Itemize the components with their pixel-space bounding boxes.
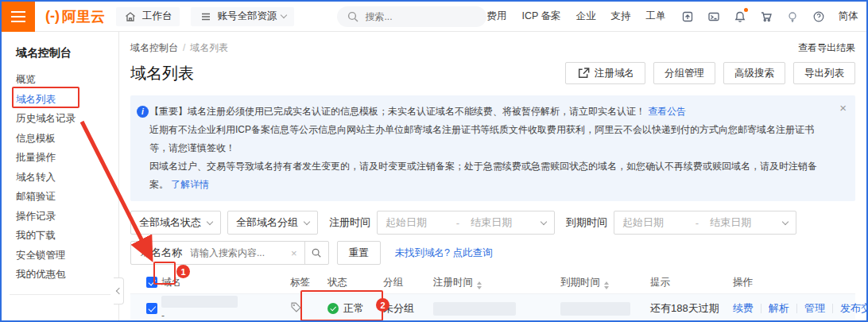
resolve-link[interactable]: 解析 [761, 301, 796, 316]
domain-name-label: 域名名称 [131, 242, 190, 264]
sidebar-item-operation-records[interactable]: 操作记录 [2, 207, 118, 227]
main-content: 域名控制台 / 域名列表 查看导出结果 域名列表 注册域名 分组管理 高级搜索 [119, 32, 866, 320]
notice-line-2: 近期有不法企业利用ICP备案信息等公示信息向网站主办单位邮寄域名注册证书等纸质文… [149, 121, 831, 157]
column-actions: 操作 [733, 276, 855, 289]
export-list-button[interactable]: 导出列表 [793, 62, 855, 84]
column-expire-time[interactable]: 到期时间 [560, 276, 650, 289]
advanced-search-button[interactable]: 高级搜索 [723, 62, 785, 84]
page-title: 域名列表 [130, 63, 194, 84]
menu-item-icp[interactable]: ICP 备案 [521, 10, 560, 23]
column-domain: 域名 [161, 276, 290, 289]
register-domain-button[interactable]: 注册域名 [565, 62, 645, 84]
help-icon[interactable] [812, 10, 826, 23]
expiration-date-range-picker[interactable]: 起始日期 - 结束日期 [614, 211, 796, 235]
domain-name-redacted [161, 296, 238, 308]
domain-sub-text: - [161, 310, 165, 321]
hamburger-menu-button[interactable] [2, 2, 35, 32]
domain-not-found-link[interactable]: 未找到域名? 点此查询 [395, 246, 493, 260]
global-search-input[interactable] [365, 11, 477, 22]
domain-status-dropdown[interactable]: 全部域名状态 [130, 211, 221, 235]
publish-trade-link[interactable]: 发布交易 [833, 301, 868, 316]
column-reg-time[interactable]: 注册时间 [433, 276, 560, 289]
menu-item-ticket[interactable]: 工单 [646, 10, 666, 23]
search-submit-button[interactable] [304, 242, 328, 264]
sidebar-item-security-lock[interactable]: 安全锁管理 [2, 246, 118, 266]
workbench-button[interactable]: 工作台 [116, 7, 180, 26]
global-search[interactable] [337, 6, 486, 27]
language-switch[interactable]: 简体 [839, 10, 858, 23]
manage-link[interactable]: 管理 [797, 301, 832, 316]
menu-item-support[interactable]: 支持 [611, 10, 631, 23]
notice-line-1: 【重要】域名注册必须使用已完成实名认证的信息模板；未实名认证域名不能续费、将被暂… [149, 103, 831, 121]
sidebar-item-batch-operation[interactable]: 批量操作 [2, 148, 118, 168]
notice-line-3-text: 因域名过户、交易等导致域名持有者发生变更的，请及时变更或注销备案；处于急需续费或… [149, 161, 817, 190]
export-list-label: 导出列表 [804, 67, 844, 80]
renew-link[interactable]: 续费 [733, 301, 761, 316]
status-text: 正常 [343, 301, 364, 316]
domain-name-search-group: 域名名称 × [130, 241, 329, 265]
sidebar-item-email-verification[interactable]: 邮箱验证 [2, 187, 118, 207]
terminal-icon[interactable] [707, 10, 721, 23]
close-icon[interactable]: × [839, 102, 847, 114]
actions-cell: 续费 解析 管理 发布交易 [733, 301, 868, 316]
column-reg-time-label: 注册时间 [433, 277, 473, 288]
expire-time-redacted [560, 302, 630, 316]
group-management-button[interactable]: 分组管理 [653, 62, 715, 84]
aliyun-logo-name: 阿里云 [62, 7, 105, 26]
body: 域名控制台 概览 域名列表 历史域名记录 信息模板 批量操作 域名转入 邮箱验证… [2, 32, 866, 320]
aliyun-logo[interactable]: (-) 阿里云 [45, 7, 105, 26]
domain-name-search-input[interactable] [190, 242, 284, 264]
registration-date-range-picker[interactable]: 起始日期 - 结束日期 [377, 211, 555, 235]
column-tag: 标签 [290, 276, 327, 289]
aliyun-logo-mark: (-) [45, 8, 60, 25]
column-expire-time-label: 到期时间 [560, 277, 600, 288]
topbar-right: 费用 ICP 备案 企业 支持 工单 [486, 2, 868, 32]
row-checkbox[interactable] [146, 303, 157, 314]
sidebar-collapse-handle[interactable] [114, 277, 124, 305]
breadcrumb: 域名控制台 / 域名列表 查看导出结果 [130, 41, 855, 54]
date-range-separator: - [696, 217, 699, 229]
sidebar-item-overview[interactable]: 概览 [2, 70, 118, 90]
aliyun-domain-console-page: (-) 阿里云 工作台 账号全部资源 费用 ICP 备案 [0, 0, 868, 322]
select-all-checkbox[interactable] [146, 277, 157, 288]
table-row: - 正常 未分组 还有188天过期 续费 解析 [130, 293, 855, 322]
advanced-search-label: 高级搜索 [734, 67, 774, 80]
table-header: 域名 标签 状态 分组 注册时间 到期时间 提示 操作 [130, 271, 855, 293]
sort-icon[interactable] [477, 281, 482, 289]
menu-item-billing[interactable]: 费用 [486, 10, 506, 23]
view-export-result-link[interactable]: 查看导出结果 [798, 41, 855, 55]
notification-bell-icon[interactable] [734, 10, 747, 23]
group-cell: 未分组 [383, 301, 433, 316]
clear-input-icon[interactable]: × [284, 242, 304, 264]
cart-icon[interactable] [760, 10, 773, 23]
tag-icon[interactable] [290, 301, 327, 316]
sidebar-item-domain-list[interactable]: 域名列表 [2, 90, 118, 110]
app-grid-icon[interactable] [681, 10, 695, 23]
menu-item-enterprise[interactable]: 企业 [576, 10, 596, 23]
topbar-icons: 简体 [681, 10, 858, 23]
external-link-icon [576, 67, 590, 80]
reset-button[interactable]: 重置 [337, 241, 381, 265]
sidebar-item-my-downloads[interactable]: 我的下载 [2, 226, 118, 246]
learn-more-link[interactable]: 了解详情 [171, 179, 209, 190]
workbench-label: 工作台 [142, 10, 172, 23]
column-group: 分组 [383, 276, 433, 289]
view-announcement-link[interactable]: 查看公告 [648, 106, 686, 117]
title-row: 域名列表 注册域名 分组管理 高级搜索 导出列表 [130, 62, 855, 84]
date-range-separator: - [456, 217, 459, 229]
sidebar-item-history-records[interactable]: 历史域名记录 [2, 109, 118, 129]
reg-time-redacted [433, 302, 516, 316]
sidebar-divider [10, 294, 110, 295]
domain-cell: - [161, 296, 290, 321]
chevron-down-icon [541, 218, 547, 224]
account-resources-dropdown[interactable]: 账号全部资源 [191, 7, 294, 26]
sidebar-item-domain-transfer-in[interactable]: 域名转入 [2, 168, 118, 188]
exp-start-date-placeholder: 起始日期 [622, 215, 664, 230]
sidebar-item-info-template[interactable]: 信息模板 [2, 129, 118, 149]
sort-icon[interactable] [604, 281, 609, 289]
sidebar-item-my-coupons[interactable]: 我的优惠包 [2, 265, 118, 285]
sidebar-menu: 概览 域名列表 历史域名记录 信息模板 批量操作 域名转入 邮箱验证 操作记录 … [2, 70, 118, 285]
breadcrumb-root[interactable]: 域名控制台 [130, 41, 178, 55]
lightbulb-icon[interactable] [786, 10, 800, 23]
domain-group-dropdown[interactable]: 全部域名分组 [227, 211, 318, 235]
